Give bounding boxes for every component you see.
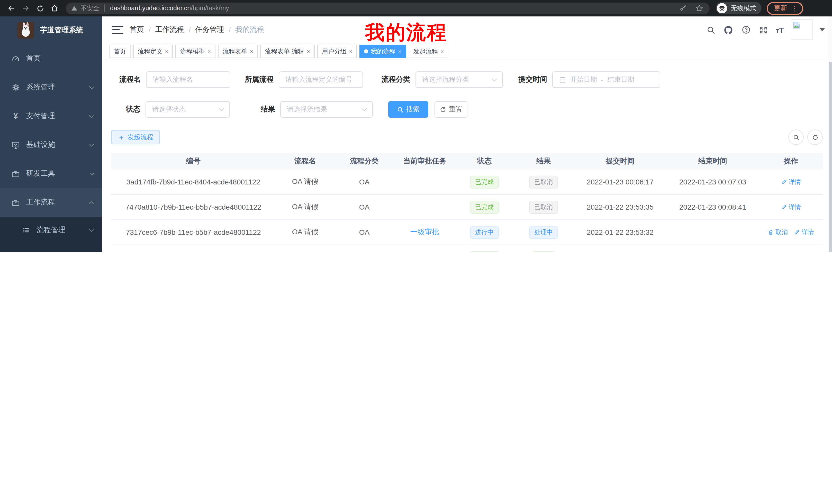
url-host: dashboard.yudao.iocoder.cn xyxy=(110,5,191,12)
filter-status-label: 状态 xyxy=(126,105,140,114)
sidebar-item-pay[interactable]: ¥ 支付管理 xyxy=(0,102,102,131)
process-category: OA xyxy=(335,203,394,211)
tab-close-icon[interactable]: × xyxy=(207,48,211,54)
reset-button[interactable]: 重置 xyxy=(435,101,467,118)
logo-image xyxy=(18,22,34,38)
tab[interactable]: 流程定义 × xyxy=(133,45,173,58)
scrollbar-track[interactable] xyxy=(828,17,832,252)
chevron-up-icon xyxy=(89,201,94,206)
breadcrumb-task-mgmt[interactable]: 任务管理 xyxy=(196,25,224,34)
address-bar[interactable]: 不安全 dashboard.yudao.iocoder.cn/bpm/task/… xyxy=(66,2,710,14)
sidebar-item-home[interactable]: 首页 xyxy=(0,44,102,73)
category-select[interactable]: 请选择流程分类 xyxy=(415,72,503,88)
avatar-caret-icon[interactable] xyxy=(820,28,825,31)
tab-close-icon[interactable]: × xyxy=(398,48,401,54)
detail-link[interactable]: 详情 xyxy=(781,177,801,186)
app-window: 不安全 dashboard.yudao.iocoder.cn/bpm/task/… xyxy=(0,0,832,252)
sidebar-item-workflow[interactable]: 工作流程 xyxy=(0,188,102,217)
cancel-link[interactable]: 取消 xyxy=(768,228,788,236)
table-row: 7470a810-7b9b-11ec-b5b7-acde48001122 OA … xyxy=(111,195,823,220)
refresh-button[interactable] xyxy=(807,130,823,145)
tab-close-icon[interactable]: × xyxy=(440,48,444,54)
status-badge: 已完成 xyxy=(470,251,499,252)
font-size-icon[interactable]: TT xyxy=(776,25,784,34)
tab-close-icon[interactable]: × xyxy=(307,48,310,54)
key-icon[interactable] xyxy=(678,3,688,13)
briefcase-icon xyxy=(11,169,20,178)
chevron-down-icon xyxy=(89,113,94,118)
browser-back-icon[interactable] xyxy=(4,1,19,16)
yen-icon: ¥ xyxy=(11,112,20,120)
not-secure-label[interactable]: 不安全 xyxy=(81,4,99,12)
start-process-button[interactable]: ＋ 发起流程 xyxy=(111,130,160,144)
current-task-link[interactable]: 一级审批 xyxy=(410,228,439,237)
scrollbar-thumb[interactable] xyxy=(829,62,832,252)
filter-time-label: 提交时间 xyxy=(518,75,547,84)
sidebar: 芋道管理系统 首页 系统管理 ¥ 支付管理 基础设施 xyxy=(0,17,102,252)
filter-name-label: 流程名 xyxy=(119,75,141,84)
chevron-down-icon xyxy=(89,141,94,146)
main-area: 首页 / 工作流程 / 任务管理 / 我的流程 我的流程 xyxy=(102,17,832,252)
list-icon xyxy=(22,226,30,234)
browser-reload-icon[interactable] xyxy=(33,1,47,16)
search-button[interactable]: 搜索 xyxy=(388,101,428,118)
sidebar-item-task-mgmt[interactable]: 任务管理 xyxy=(0,244,102,252)
process-category: OA xyxy=(335,228,394,236)
submit-time: 2022-01-22 23:53:32 xyxy=(574,228,667,236)
tab[interactable]: 首页 × xyxy=(109,45,131,58)
github-icon[interactable] xyxy=(723,25,733,35)
status-select[interactable]: 请选择状态 xyxy=(146,101,230,118)
table-row: 3ad174fb-7b9d-11ec-8404-acde48001122 OA … xyxy=(111,170,823,195)
bookmark-star-icon[interactable] xyxy=(694,3,704,13)
browser-home-icon[interactable] xyxy=(47,1,62,16)
toggle-search-button[interactable] xyxy=(788,130,804,145)
tab-close-icon[interactable]: × xyxy=(165,48,168,54)
tab-close-icon[interactable]: × xyxy=(349,48,353,54)
process-key-input[interactable]: 请输入流程定义的编号 xyxy=(279,72,363,88)
sidebar-collapse-icon[interactable] xyxy=(112,26,123,34)
sidebar-item-process-mgmt[interactable]: 流程管理 xyxy=(0,217,102,244)
plus-icon: ＋ xyxy=(118,134,125,141)
sidebar-item-infra[interactable]: 基础设施 xyxy=(0,131,102,159)
tab[interactable]: 我的流程 × xyxy=(359,45,406,58)
app-logo[interactable]: 芋道管理系统 xyxy=(0,17,102,44)
avatar[interactable] xyxy=(791,20,812,40)
process-name-input[interactable]: 请输入流程名 xyxy=(146,72,230,88)
chevron-down-icon xyxy=(89,227,94,232)
incognito-icon xyxy=(717,3,727,13)
topbar: 首页 / 工作流程 / 任务管理 / 我的流程 我的流程 xyxy=(102,17,832,43)
result-select[interactable]: 请选择流结果 xyxy=(280,101,373,118)
help-icon[interactable] xyxy=(741,25,751,35)
chevron-down-icon xyxy=(89,170,94,175)
breadcrumb-home[interactable]: 首页 xyxy=(130,25,144,34)
fullscreen-icon[interactable] xyxy=(758,25,769,35)
process-id: 7317cec6-7b9b-11ec-b5b7-acde48001122 xyxy=(111,228,276,236)
tab[interactable]: 流程模型 × xyxy=(176,45,215,58)
url-path: /bpm/task/my xyxy=(191,5,229,12)
search-icon[interactable] xyxy=(706,25,716,35)
browser-forward-icon[interactable] xyxy=(19,1,33,16)
tab[interactable]: 流程表单-编辑 × xyxy=(260,45,315,58)
end-time: 2022-01-23 00:07:03 xyxy=(667,178,759,186)
sidebar-item-system[interactable]: 系统管理 xyxy=(0,73,102,102)
process-category: OA xyxy=(335,178,394,186)
tab-close-icon[interactable]: × xyxy=(250,48,253,54)
tab-label: 流程模型 xyxy=(180,47,205,56)
breadcrumb-current: 我的流程 xyxy=(235,25,264,34)
detail-link[interactable]: 详情 xyxy=(781,203,801,212)
result-badge: 已取消 xyxy=(529,201,558,214)
browser-update-button[interactable]: 更新 ⋮ xyxy=(767,2,803,15)
date-range-input[interactable]: 开始日期 - 结束日期 xyxy=(552,72,660,88)
breadcrumb-workflow[interactable]: 工作流程 xyxy=(155,25,184,34)
tab[interactable]: 流程表单 × xyxy=(218,45,258,58)
omnibox-divider xyxy=(104,5,105,12)
tab-label: 流程定义 xyxy=(138,47,162,56)
tab[interactable]: 用户分组 × xyxy=(317,45,357,58)
tab-label: 流程表单-编辑 xyxy=(265,47,304,56)
tab[interactable]: 发起流程 × xyxy=(409,45,448,58)
browser-menu-icon[interactable]: ⋮ xyxy=(791,6,798,10)
dashboard-icon xyxy=(11,54,20,63)
detail-link[interactable]: 详情 xyxy=(794,228,814,236)
sidebar-item-dev[interactable]: 研发工具 xyxy=(0,159,102,188)
page-title-annotation: 我的流程 xyxy=(365,20,447,46)
